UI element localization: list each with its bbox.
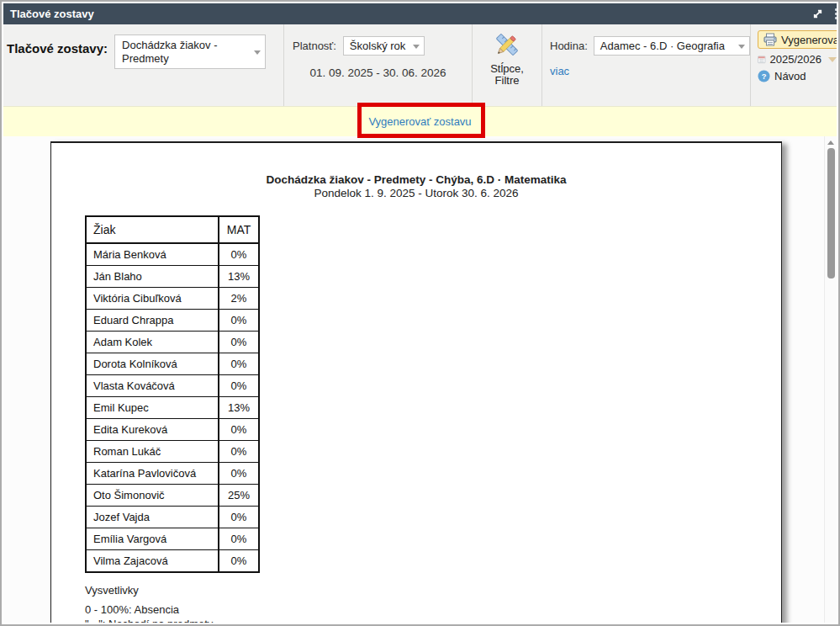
generate-button[interactable]: Vygenerovať [758,30,837,49]
printer-icon [763,33,777,46]
column-header-subject: MAT [219,216,259,243]
student-name-cell: Oto Šimonovič [86,485,219,507]
legend-title: Vysvetlivky [85,584,781,597]
school-year-label: 2025/2026 [770,53,822,66]
print-reports-window: Tlačové zostavy Tlačové zostavy: Dochádz… [0,0,840,626]
table-row: Mária Benková 0% [86,243,259,266]
validity-label: Platnosť: [293,40,336,52]
lesson-select[interactable]: Adamec - 6.D · Geografia [594,36,750,56]
scrollbar-up-arrow-icon[interactable] [827,141,834,145]
columns-filters-label-line2: Filtre [490,75,524,87]
generate-button-label: Vygenerovať [781,34,837,46]
table-header-row: Žiak MAT [86,216,259,243]
student-name-cell: Jozef Vajda [86,507,219,528]
attendance-value-cell: 0% [219,375,259,397]
table-row: Ján Blaho 13% [86,266,259,288]
calendar-icon [758,53,766,66]
student-name-cell: Vilma Zajacová [86,550,219,573]
table-row: Edita Kureková 0% [86,419,259,441]
student-name-cell: Roman Lukáč [86,441,219,463]
toolbar: Tlačové zostavy: Dochádzka žiakov - Pred… [3,24,837,106]
validity-group: Platnosť: Školský rok 01. 09. 2025 - 30.… [283,24,472,106]
ruler-pencil-icon [493,30,521,59]
help-button[interactable]: ? Návod [758,70,837,82]
attendance-value-cell: 0% [219,310,259,332]
generate-report-link[interactable]: Vygenerovať zostavu [368,115,471,128]
attendance-value-cell: 2% [219,288,259,310]
lesson-group: Hodina: Adamec - 6.D · Geografia viac [542,24,750,106]
attendance-value-cell: 13% [219,266,259,288]
validity-value: Školský rok [350,40,405,52]
table-row: Viktória Cibuľková 2% [86,288,259,310]
window-title: Tlačové zostavy [10,8,94,20]
student-name-cell: Adam Kolek [86,332,219,353]
chevron-down-icon [413,45,420,49]
legend-line: 0 - 100%: Absencia [85,602,781,617]
expand-icon[interactable] [812,8,823,19]
cut-off-menu-icon[interactable] [835,8,837,20]
table-row: Jozef Vajda 0% [86,507,259,528]
student-name-cell: Eduard Chrappa [86,310,219,332]
school-year-button[interactable]: 2025/2026 [758,53,837,66]
attendance-value-cell: 0% [219,441,259,463]
table-row: Katarína Pavlovičová 0% [86,463,259,485]
table-row: Dorota Kolníková 0% [86,353,259,375]
vertical-scrollbar[interactable] [824,136,837,623]
report-page: Dochádzka žiakov - Predmety - Chýba, 6.D… [50,141,782,623]
columns-filters-button[interactable]: Stĺpce, Filtre [472,24,542,106]
attendance-value-cell: 0% [219,550,259,573]
report-preview-area: Dochádzka žiakov - Predmety - Chýba, 6.D… [3,136,837,623]
table-row: Vilma Zajacová 0% [86,550,259,573]
attendance-value-cell: 0% [219,332,259,353]
table-row: Eduard Chrappa 0% [86,310,259,332]
report-type-label: Tlačové zostavy: [7,34,108,106]
student-name-cell: Dorota Kolníková [86,353,219,375]
attendance-value-cell: 0% [219,507,259,528]
student-name-cell: Ján Blaho [86,266,219,288]
date-range-text: 01. 09. 2025 - 30. 06. 2026 [284,66,472,79]
table-row: Oto Šimonovič 25% [86,485,259,507]
table-row: Adam Kolek 0% [86,332,259,353]
student-name-cell: Mária Benková [86,243,219,266]
columns-filters-label-line1: Stĺpce, [490,63,524,75]
actions-group: Vygenerovať 2025/2026 ? Návod [750,24,837,106]
student-name-cell: Emil Kupec [86,397,219,419]
attendance-value-cell: 13% [219,397,259,419]
chevron-down-icon [828,57,837,62]
student-name-cell: Vlasta Kováčová [86,375,219,397]
report-type-value: Dochádzka žiakov - Predmety [122,39,217,65]
help-label: Návod [774,70,806,82]
legend-lines: 0 - 100%: Absencia" - ": Nechodí na pred… [85,602,781,623]
attendance-table-body: Mária Benková 0% Ján Blaho 13% Viktória … [86,243,259,572]
table-row: Emília Vargová 0% [86,528,259,550]
table-row: Roman Lukáč 0% [86,441,259,463]
report-title: Dochádzka žiakov - Predmety - Chýba, 6.D… [51,173,781,186]
attendance-value-cell: 0% [219,463,259,485]
legend-line: " - ": Nechodí na predmety [85,617,781,623]
notice-bar: Vygenerovať zostavu [3,106,837,136]
column-header-student: Žiak [86,216,219,243]
window-titlebar: Tlačové zostavy [3,3,837,24]
attendance-value-cell: 25% [219,485,259,507]
chevron-down-icon [738,45,745,49]
svg-text:?: ? [762,72,767,81]
attendance-value-cell: 0% [219,353,259,375]
table-row: Vlasta Kováčová 0% [86,375,259,397]
report-type-select[interactable]: Dochádzka žiakov - Predmety [114,34,266,69]
scrollbar-thumb[interactable] [827,148,835,279]
student-name-cell: Emília Vargová [86,528,219,550]
report-type-group: Tlačové zostavy: Dochádzka žiakov - Pred… [3,24,283,106]
student-name-cell: Katarína Pavlovičová [86,463,219,485]
report-subtitle: Pondelok 1. 9. 2025 - Utorok 30. 6. 2026 [51,187,781,199]
attendance-table: Žiak MAT Mária Benková 0% Ján Blaho 13% … [85,215,260,573]
legend: Vysvetlivky 0 - 100%: Absencia" - ": Nec… [85,584,781,623]
student-name-cell: Edita Kureková [86,419,219,441]
question-icon: ? [758,70,770,82]
more-link[interactable]: viac [550,65,569,77]
validity-select[interactable]: Školský rok [343,36,425,56]
table-row: Emil Kupec 13% [86,397,259,419]
attendance-value-cell: 0% [219,528,259,550]
lesson-label: Hodina: [550,40,588,52]
student-name-cell: Viktória Cibuľková [86,288,219,310]
chevron-down-icon [254,50,261,55]
